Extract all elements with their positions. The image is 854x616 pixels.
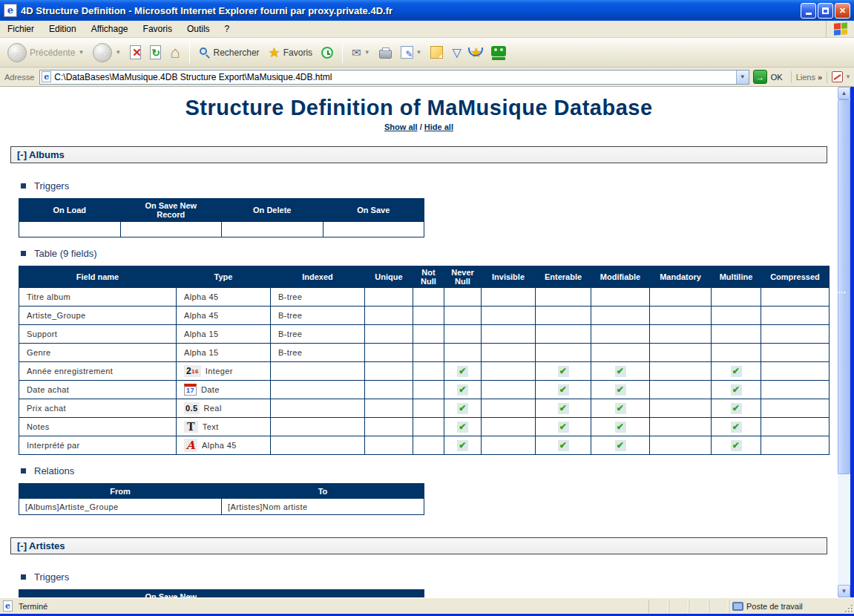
ie-window: e 4D Structure Definition - Microsoft In… xyxy=(0,0,854,616)
fields-column-header: Invisible xyxy=(482,266,536,288)
field-unique-cell xyxy=(365,325,413,344)
note-icon xyxy=(430,46,443,59)
favorites-label: Favoris xyxy=(283,47,312,58)
links-label: Liens xyxy=(796,73,815,82)
messenger-star-button[interactable]: ★ xyxy=(467,43,485,62)
history-button[interactable] xyxy=(318,45,336,60)
mail-dropdown-icon[interactable]: ▼ xyxy=(364,49,370,56)
field-enterable-cell: ✔ xyxy=(536,381,591,399)
address-input[interactable]: e C:\DataBases\MaMusique.4DB Structure E… xyxy=(39,70,749,85)
scroll-up-icon[interactable]: ▲ xyxy=(838,87,850,99)
checkmark-icon: ✔ xyxy=(615,422,626,433)
checkmark-icon: ✔ xyxy=(457,366,468,377)
toolbar-separator xyxy=(189,42,190,63)
close-button[interactable]: ✕ xyxy=(835,3,850,19)
menu-item[interactable]: Affichage xyxy=(84,22,136,36)
field-multiline-cell xyxy=(712,344,761,362)
mail-icon: ✉ xyxy=(352,46,361,59)
refresh-button[interactable]: ↻ xyxy=(147,44,164,61)
triggers-column-header: On Save New Record xyxy=(120,199,222,222)
triggers-cell xyxy=(120,222,222,237)
menu-item[interactable]: Favoris xyxy=(136,22,180,36)
edit-dropdown-icon[interactable]: ▼ xyxy=(416,49,422,56)
favorites-button[interactable]: ★ Favoris xyxy=(266,43,315,62)
triggers-column-header: On Delete xyxy=(222,590,323,598)
field-invisible-cell xyxy=(482,362,536,381)
edit-button[interactable]: ✎ ▼ xyxy=(398,45,425,60)
filter-button[interactable]: ▽ xyxy=(449,44,464,61)
messenger-button[interactable] xyxy=(488,45,509,61)
extension-dropdown-icon[interactable]: ▼ xyxy=(845,73,851,80)
field-indexed-cell xyxy=(271,399,365,418)
field-row: Année enregistrement216Integer✔✔✔✔ xyxy=(19,362,830,381)
menu-item[interactable]: ? xyxy=(217,22,237,36)
go-label: OK xyxy=(771,73,783,82)
triggers-column-header: On Save xyxy=(323,590,424,598)
discuss-button[interactable] xyxy=(427,45,446,60)
refresh-icon: ↻ xyxy=(150,45,161,59)
links-chevron-icon[interactable]: » xyxy=(818,73,822,82)
back-dropdown-icon[interactable]: ▼ xyxy=(78,49,84,56)
menu-item[interactable]: Edition xyxy=(42,22,84,36)
address-dropdown-icon[interactable]: ▼ xyxy=(736,71,749,84)
vertical-scrollbar[interactable]: ▲ ▼ xyxy=(838,87,850,597)
field-not-null-cell xyxy=(413,399,444,418)
extension-icon[interactable] xyxy=(832,71,843,82)
menu-item[interactable]: Fichier xyxy=(0,22,42,36)
minimize-button[interactable] xyxy=(801,3,816,19)
field-type-label: Real xyxy=(204,404,222,413)
back-label: Précédente xyxy=(30,47,75,58)
stop-button[interactable]: ✕ xyxy=(127,44,144,61)
field-not-null-cell xyxy=(413,436,444,455)
field-mandatory-cell xyxy=(650,325,712,344)
my-computer-icon xyxy=(732,602,743,611)
home-button[interactable]: ⌂ xyxy=(167,43,183,62)
field-indexed-cell xyxy=(271,436,365,455)
field-type-cell: Alpha 45 xyxy=(177,307,271,325)
field-mandatory-cell xyxy=(650,418,712,436)
forward-button[interactable]: → ▼ xyxy=(90,42,124,64)
mail-button[interactable]: ✉ ▼ xyxy=(349,45,373,61)
section-header-artistes[interactable]: [-] Artistes xyxy=(10,537,827,554)
field-type-cell: Alpha 15 xyxy=(177,344,271,362)
address-bar: Adresse e C:\DataBases\MaMusique.4DB Str… xyxy=(0,68,854,87)
square-bullet-icon xyxy=(21,251,26,256)
forward-icon: → xyxy=(93,43,112,62)
triggers-cell xyxy=(323,222,424,237)
triggers-column-header: On Save xyxy=(323,199,424,222)
field-never-null-cell: ✔ xyxy=(444,418,482,436)
links-bar[interactable]: Liens » ▼ xyxy=(791,71,851,83)
section-header-albums[interactable]: [-] Albums xyxy=(10,146,827,163)
resize-grip[interactable] xyxy=(844,603,854,614)
scroll-down-icon[interactable]: ▼ xyxy=(838,585,850,597)
field-compressed-cell xyxy=(761,344,830,362)
field-never-null-cell: ✔ xyxy=(444,436,482,455)
page-title: Structure Definition of MaMusique Databa… xyxy=(0,94,838,121)
menu-item[interactable]: Outils xyxy=(180,22,217,36)
go-button[interactable]: → xyxy=(753,70,767,84)
forward-dropdown-icon[interactable]: ▼ xyxy=(115,49,121,56)
fields-subtitle: Table (9 fields) xyxy=(21,248,838,259)
checkmark-icon: ✔ xyxy=(615,440,626,451)
back-button[interactable]: ← Précédente ▼ xyxy=(4,42,87,64)
field-type-label: Date xyxy=(201,385,220,394)
hide-all-link[interactable]: Hide all xyxy=(424,122,453,131)
search-button[interactable]: Rechercher xyxy=(196,45,263,60)
relations-table: FromTo[Albums]Artiste_Groupe[Artistes]No… xyxy=(19,483,424,515)
maximize-button[interactable] xyxy=(818,3,833,19)
text-type-icon: T xyxy=(184,421,198,433)
address-label: Adresse xyxy=(3,73,36,82)
address-url[interactable]: C:\DataBases\MaMusique.4DB Structure Exp… xyxy=(54,72,735,82)
square-bullet-icon xyxy=(21,183,26,189)
field-compressed-cell xyxy=(761,307,830,325)
link-separator: / xyxy=(420,122,422,131)
scrollbar-thumb[interactable] xyxy=(838,99,850,474)
field-enterable-cell xyxy=(536,325,591,344)
show-all-link[interactable]: Show all xyxy=(384,122,418,131)
checkmark-icon: ✔ xyxy=(558,366,569,377)
home-icon: ⌂ xyxy=(170,45,180,61)
print-button[interactable] xyxy=(376,45,395,60)
edit-icon: ✎ xyxy=(401,46,413,59)
field-enterable-cell xyxy=(536,307,591,325)
field-row: Artiste_GroupeAlpha 45B-tree xyxy=(19,307,830,325)
